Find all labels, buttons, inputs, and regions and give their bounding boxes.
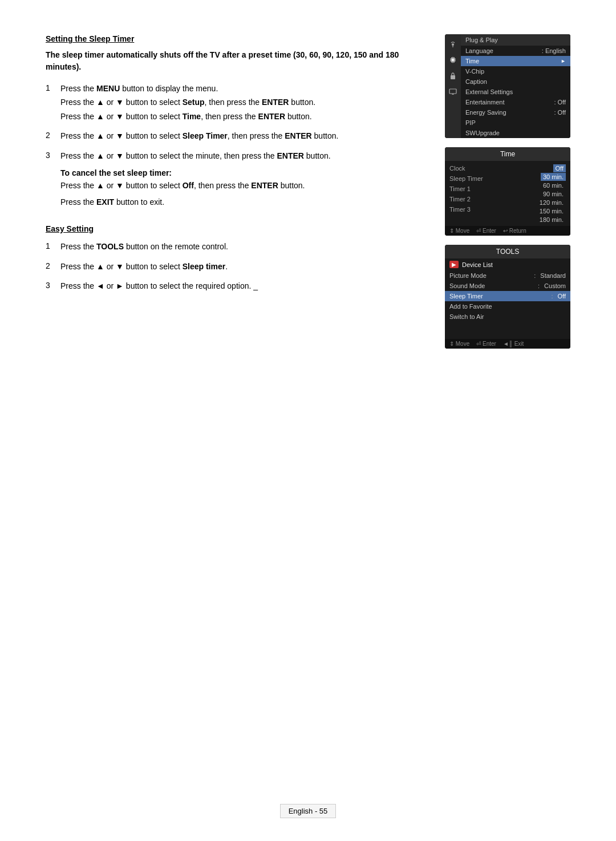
- tools-item-sound-value-group: : Custom: [536, 282, 566, 289]
- step-number-1: 1: [46, 82, 54, 124]
- easy-step-1-text: Press the TOOLS button on the remote con…: [60, 240, 422, 253]
- step-content-1: Press the MENU button to display the men…: [60, 82, 422, 124]
- tools-item-sleep-colon: :: [551, 293, 553, 300]
- step-list-easy: 1 Press the TOOLS button on the remote c…: [46, 240, 422, 293]
- time-menu-panel: Time Clock Sleep Timer Timer 1 Ti: [445, 147, 570, 236]
- footer-return: ↩ Return: [503, 228, 526, 234]
- setup-item-vchip: V-Chip: [461, 66, 570, 76]
- time-row-sleep: Sleep Timer: [445, 173, 537, 184]
- tools-menu-panel: TOOLS ▶ Device List Picture Mode : Stand…: [445, 245, 570, 349]
- setup-item-energy-label: Energy Saving: [465, 109, 506, 116]
- time-option-60: 60 min.: [541, 181, 566, 189]
- text-section: Setting the Sleep Timer The sleep timer …: [46, 34, 422, 302]
- page-footer: English - 55: [0, 804, 616, 818]
- time-panel-footer: ⇕ Move ⏎ Enter ↩ Return: [445, 226, 570, 236]
- footer-move: ⇕ Move: [449, 228, 469, 234]
- tools-item-picture-value: Standard: [540, 272, 566, 279]
- setup-menu-panel: Plug & Play Language : English Time ► V-…: [445, 34, 570, 138]
- easy-setting-section: Easy Setting 1 Press the TOOLS button on…: [46, 224, 422, 293]
- setup-item-entertainment-label: Entertainment: [465, 99, 504, 106]
- step-list-sleep: 1 Press the MENU button to display the m…: [46, 82, 422, 208]
- easy-step-number-3: 3: [46, 280, 54, 293]
- setup-item-energy: Energy Saving : Off: [461, 107, 570, 118]
- setup-menu-content: Plug & Play Language : English Time ► V-…: [461, 34, 570, 138]
- setup-panel-header: Plug & Play: [461, 34, 570, 46]
- tools-device-row: ▶ Device List: [445, 258, 570, 270]
- easy-step-number-1: 1: [46, 240, 54, 254]
- setup-item-pip-label: PIP: [465, 119, 476, 126]
- time-options-col: Off 30 min. 60 min. 90 min. 120 min. 150…: [537, 163, 570, 224]
- step-3: 3 Press the ▲ or ▼ button to select the …: [46, 149, 422, 209]
- time-option-180: 180 min.: [537, 216, 566, 224]
- page-number-box: English - 55: [280, 804, 337, 818]
- step-1-line-3: Press the ▲ or ▼ button to select Time, …: [60, 110, 422, 123]
- time-row-timer3: Timer 3: [445, 204, 537, 215]
- main-layout: Setting the Sleep Timer The sleep timer …: [46, 34, 570, 349]
- svg-rect-3: [451, 75, 455, 79]
- setup-item-caption: Caption: [461, 76, 570, 87]
- step-content-2: Press the ▲ or ▼ button to select Sleep …: [60, 130, 422, 143]
- step-1: 1 Press the MENU button to display the m…: [46, 82, 422, 124]
- time-row-clock: Clock: [445, 163, 537, 173]
- tools-panel-header: TOOLS: [445, 245, 570, 258]
- sleep-timer-section: Setting the Sleep Timer The sleep timer …: [46, 34, 422, 208]
- setup-sidebar: [445, 34, 461, 138]
- cancel-note: To cancel the set sleep timer: Press the…: [60, 167, 422, 192]
- setup-item-time: Time ►: [461, 56, 570, 66]
- time-labels-col: Clock Sleep Timer Timer 1 Timer 2 Timer: [445, 163, 537, 224]
- step-1-line-1: Press the MENU button to display the men…: [60, 82, 422, 95]
- page-content: Setting the Sleep Timer The sleep timer …: [0, 0, 616, 394]
- setup-icon-tv: [448, 87, 458, 97]
- step-1-line-2: Press the ▲ or ▼ button to select Setup,…: [60, 96, 422, 108]
- tools-device-badge: ▶: [449, 261, 459, 268]
- setup-item-external-label: External Settings: [465, 88, 513, 95]
- tools-item-sound-colon: :: [538, 282, 540, 289]
- setup-item-language-label: Language: [465, 47, 493, 54]
- time-label-timer1: Timer 1: [449, 185, 471, 192]
- tools-footer-move: ⇕ Move: [449, 341, 469, 347]
- step-2: 2 Press the ▲ or ▼ button to select Slee…: [46, 130, 422, 143]
- easy-step-content-2: Press the ▲ or ▼ button to select Sleep …: [60, 260, 422, 274]
- section-title-sleep: Setting the Sleep Timer: [46, 34, 422, 43]
- easy-step-content-1: Press the TOOLS button on the remote con…: [60, 240, 422, 254]
- setup-item-energy-value: : Off: [554, 109, 566, 116]
- setup-item-vchip-label: V-Chip: [465, 68, 484, 75]
- setup-item-entertainment: Entertainment : Off: [461, 97, 570, 107]
- time-row-timer2: Timer 2: [445, 194, 537, 204]
- footer-enter: ⏎ Enter: [476, 228, 496, 234]
- tools-item-sound-value: Custom: [544, 282, 566, 289]
- easy-step-3: 3 Press the ◄ or ► button to select the …: [46, 280, 422, 293]
- setup-item-caption-label: Caption: [465, 78, 487, 85]
- step-number-2: 2: [46, 130, 54, 143]
- time-label-clock: Clock: [449, 165, 465, 172]
- setup-item-swupgrade-label: SWUpgrade: [465, 130, 500, 136]
- easy-step-3-text: Press the ◄ or ► button to select the re…: [60, 280, 422, 292]
- easy-step-2-text: Press the ▲ or ▼ button to select Sleep …: [60, 260, 422, 273]
- setup-item-time-label: Time: [465, 58, 479, 64]
- step-number-3: 3: [46, 149, 54, 209]
- easy-step-2: 2 Press the ▲ or ▼ button to select Slee…: [46, 260, 422, 274]
- time-option-30: 30 min.: [541, 173, 566, 181]
- setup-item-swupgrade: SWUpgrade: [461, 128, 570, 138]
- tools-device-label: Device List: [462, 261, 493, 268]
- time-label-timer3: Timer 3: [449, 206, 471, 213]
- tools-item-sleep: Sleep Timer : Off: [445, 291, 570, 301]
- cancel-text: Press the ▲ or ▼ button to select Off, t…: [60, 181, 305, 190]
- setup-icon-broadcast: [448, 39, 458, 49]
- page-number: English - 55: [289, 807, 328, 815]
- tools-footer-enter: ⏎ Enter: [476, 341, 496, 347]
- tools-item-sound-label: Sound Mode: [449, 282, 485, 289]
- tools-item-sleep-value: Off: [558, 293, 566, 300]
- tools-item-picture: Picture Mode : Standard: [445, 270, 570, 281]
- tools-item-picture-value-group: : Standard: [532, 272, 566, 279]
- tools-item-favorite: Add to Favorite: [445, 301, 570, 312]
- tools-spacer: [445, 322, 570, 339]
- step-2-line-1: Press the ▲ or ▼ button to select Sleep …: [60, 130, 422, 142]
- tools-item-sleep-label: Sleep Timer: [449, 293, 483, 300]
- setup-item-language: Language : English: [461, 46, 570, 56]
- svg-point-0: [452, 43, 454, 46]
- tools-item-switch: Switch to Air: [445, 312, 570, 322]
- svg-rect-4: [449, 89, 456, 94]
- setup-item-language-value: : English: [542, 47, 566, 54]
- setup-icon-gear: [448, 55, 458, 65]
